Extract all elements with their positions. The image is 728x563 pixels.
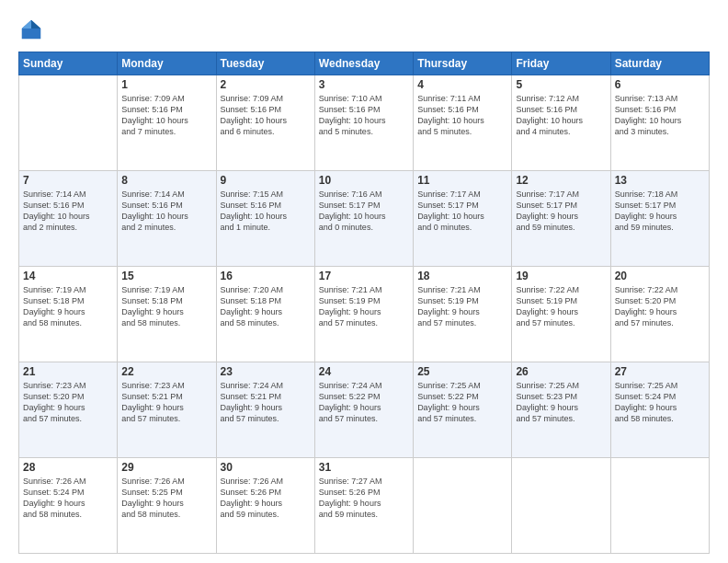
- day-info: Sunrise: 7:12 AMSunset: 5:16 PMDaylight:…: [516, 93, 606, 138]
- day-number: 20: [615, 270, 705, 282]
- day-number: 11: [417, 174, 507, 187]
- calendar-cell: 1Sunrise: 7:09 AMSunset: 5:16 PMDaylight…: [118, 75, 216, 171]
- calendar-cell: 27Sunrise: 7:25 AMSunset: 5:24 PMDayligh…: [610, 362, 709, 458]
- day-number: 22: [121, 365, 211, 378]
- calendar-cell: 29Sunrise: 7:26 AMSunset: 5:25 PMDayligh…: [118, 458, 216, 554]
- day-number: 4: [417, 78, 507, 91]
- day-info: Sunrise: 7:27 AMSunset: 5:26 PMDaylight:…: [319, 476, 409, 521]
- day-info: Sunrise: 7:21 AMSunset: 5:19 PMDaylight:…: [319, 284, 409, 329]
- day-number: 23: [221, 365, 311, 378]
- day-number: 10: [319, 174, 409, 187]
- day-number: 3: [319, 78, 409, 91]
- day-info: Sunrise: 7:16 AMSunset: 5:17 PMDaylight:…: [319, 189, 409, 234]
- calendar-cell: 17Sunrise: 7:21 AMSunset: 5:19 PMDayligh…: [314, 267, 413, 362]
- weekday-header: Sunday: [19, 52, 118, 75]
- day-number: 2: [221, 78, 311, 91]
- calendar-cell: 20Sunrise: 7:22 AMSunset: 5:20 PMDayligh…: [610, 267, 709, 362]
- day-info: Sunrise: 7:18 AMSunset: 5:17 PMDaylight:…: [615, 189, 705, 234]
- calendar-cell: 21Sunrise: 7:23 AMSunset: 5:20 PMDayligh…: [19, 362, 118, 458]
- calendar-cell: 28Sunrise: 7:26 AMSunset: 5:24 PMDayligh…: [19, 458, 118, 554]
- day-number: 31: [319, 461, 409, 474]
- weekday-header: Tuesday: [216, 52, 314, 75]
- day-number: 26: [516, 365, 606, 378]
- calendar-cell: 15Sunrise: 7:19 AMSunset: 5:18 PMDayligh…: [118, 267, 216, 362]
- calendar-cell: 16Sunrise: 7:20 AMSunset: 5:18 PMDayligh…: [216, 267, 314, 362]
- calendar-week-row: 28Sunrise: 7:26 AMSunset: 5:24 PMDayligh…: [19, 458, 710, 554]
- day-number: 30: [221, 461, 311, 474]
- calendar-cell: 8Sunrise: 7:14 AMSunset: 5:16 PMDaylight…: [118, 171, 216, 267]
- logo-icon: [18, 17, 44, 42]
- day-info: Sunrise: 7:22 AMSunset: 5:19 PMDaylight:…: [516, 284, 606, 329]
- day-number: 19: [516, 270, 606, 282]
- weekday-header: Saturday: [610, 52, 709, 75]
- day-number: 5: [516, 78, 606, 91]
- calendar-cell: 10Sunrise: 7:16 AMSunset: 5:17 PMDayligh…: [314, 171, 413, 267]
- day-number: 7: [23, 174, 113, 187]
- weekday-header: Friday: [512, 52, 610, 75]
- calendar-cell: 6Sunrise: 7:13 AMSunset: 5:16 PMDaylight…: [610, 75, 709, 171]
- calendar-cell: 5Sunrise: 7:12 AMSunset: 5:16 PMDaylight…: [512, 75, 610, 171]
- calendar-cell: 13Sunrise: 7:18 AMSunset: 5:17 PMDayligh…: [610, 171, 709, 267]
- day-info: Sunrise: 7:19 AMSunset: 5:18 PMDaylight:…: [23, 284, 113, 329]
- calendar-cell: 23Sunrise: 7:24 AMSunset: 5:21 PMDayligh…: [216, 362, 314, 458]
- day-info: Sunrise: 7:25 AMSunset: 5:23 PMDaylight:…: [516, 380, 606, 425]
- weekday-header-row: SundayMondayTuesdayWednesdayThursdayFrid…: [19, 52, 710, 75]
- day-info: Sunrise: 7:25 AMSunset: 5:24 PMDaylight:…: [615, 380, 705, 425]
- day-number: 1: [121, 78, 211, 91]
- day-info: Sunrise: 7:26 AMSunset: 5:26 PMDaylight:…: [221, 476, 311, 521]
- day-number: 24: [319, 365, 409, 378]
- calendar-cell: 2Sunrise: 7:09 AMSunset: 5:16 PMDaylight…: [216, 75, 314, 171]
- day-number: 16: [221, 270, 311, 282]
- day-number: 15: [121, 270, 211, 282]
- calendar-week-row: 21Sunrise: 7:23 AMSunset: 5:20 PMDayligh…: [19, 362, 710, 458]
- svg-marker-2: [22, 20, 31, 29]
- day-info: Sunrise: 7:14 AMSunset: 5:16 PMDaylight:…: [23, 189, 113, 234]
- day-info: Sunrise: 7:19 AMSunset: 5:18 PMDaylight:…: [121, 284, 211, 329]
- calendar-cell: 11Sunrise: 7:17 AMSunset: 5:17 PMDayligh…: [414, 171, 512, 267]
- calendar-cell: 3Sunrise: 7:10 AMSunset: 5:16 PMDaylight…: [314, 75, 413, 171]
- day-info: Sunrise: 7:24 AMSunset: 5:21 PMDaylight:…: [221, 380, 311, 425]
- calendar-cell: 4Sunrise: 7:11 AMSunset: 5:16 PMDaylight…: [414, 75, 512, 171]
- day-info: Sunrise: 7:24 AMSunset: 5:22 PMDaylight:…: [319, 380, 409, 425]
- day-info: Sunrise: 7:21 AMSunset: 5:19 PMDaylight:…: [417, 284, 507, 329]
- calendar-cell: 19Sunrise: 7:22 AMSunset: 5:19 PMDayligh…: [512, 267, 610, 362]
- day-number: 12: [516, 174, 606, 187]
- day-info: Sunrise: 7:11 AMSunset: 5:16 PMDaylight:…: [417, 93, 507, 138]
- calendar-cell: 25Sunrise: 7:25 AMSunset: 5:22 PMDayligh…: [414, 362, 512, 458]
- calendar-cell: [19, 75, 118, 171]
- weekday-header: Thursday: [414, 52, 512, 75]
- day-info: Sunrise: 7:15 AMSunset: 5:16 PMDaylight:…: [221, 189, 311, 234]
- page: SundayMondayTuesdayWednesdayThursdayFrid…: [0, 0, 728, 563]
- day-number: 28: [23, 461, 113, 474]
- calendar-cell: 30Sunrise: 7:26 AMSunset: 5:26 PMDayligh…: [216, 458, 314, 554]
- weekday-header: Wednesday: [314, 52, 413, 75]
- calendar-cell: 31Sunrise: 7:27 AMSunset: 5:26 PMDayligh…: [314, 458, 413, 554]
- calendar-cell: [414, 458, 512, 554]
- day-number: 17: [319, 270, 409, 282]
- calendar-cell: 7Sunrise: 7:14 AMSunset: 5:16 PMDaylight…: [19, 171, 118, 267]
- day-info: Sunrise: 7:23 AMSunset: 5:20 PMDaylight:…: [23, 380, 113, 425]
- calendar-cell: 22Sunrise: 7:23 AMSunset: 5:21 PMDayligh…: [118, 362, 216, 458]
- calendar-cell: 9Sunrise: 7:15 AMSunset: 5:16 PMDaylight…: [216, 171, 314, 267]
- day-number: 21: [23, 365, 113, 378]
- day-number: 13: [615, 174, 705, 187]
- day-info: Sunrise: 7:13 AMSunset: 5:16 PMDaylight:…: [615, 93, 705, 138]
- calendar-cell: 14Sunrise: 7:19 AMSunset: 5:18 PMDayligh…: [19, 267, 118, 362]
- calendar-cell: 24Sunrise: 7:24 AMSunset: 5:22 PMDayligh…: [314, 362, 413, 458]
- day-info: Sunrise: 7:20 AMSunset: 5:18 PMDaylight:…: [221, 284, 311, 329]
- weekday-header: Monday: [118, 52, 216, 75]
- calendar-week-row: 14Sunrise: 7:19 AMSunset: 5:18 PMDayligh…: [19, 267, 710, 362]
- day-info: Sunrise: 7:17 AMSunset: 5:17 PMDaylight:…: [417, 189, 507, 234]
- logo: [18, 17, 48, 42]
- day-number: 25: [417, 365, 507, 378]
- day-info: Sunrise: 7:09 AMSunset: 5:16 PMDaylight:…: [221, 93, 311, 138]
- day-info: Sunrise: 7:10 AMSunset: 5:16 PMDaylight:…: [319, 93, 409, 138]
- calendar-week-row: 7Sunrise: 7:14 AMSunset: 5:16 PMDaylight…: [19, 171, 710, 267]
- calendar-cell: 26Sunrise: 7:25 AMSunset: 5:23 PMDayligh…: [512, 362, 610, 458]
- calendar-cell: [512, 458, 610, 554]
- day-info: Sunrise: 7:14 AMSunset: 5:16 PMDaylight:…: [121, 189, 211, 234]
- calendar-week-row: 1Sunrise: 7:09 AMSunset: 5:16 PMDaylight…: [19, 75, 710, 171]
- day-info: Sunrise: 7:09 AMSunset: 5:16 PMDaylight:…: [121, 93, 211, 138]
- day-info: Sunrise: 7:23 AMSunset: 5:21 PMDaylight:…: [121, 380, 211, 425]
- svg-marker-1: [31, 20, 40, 29]
